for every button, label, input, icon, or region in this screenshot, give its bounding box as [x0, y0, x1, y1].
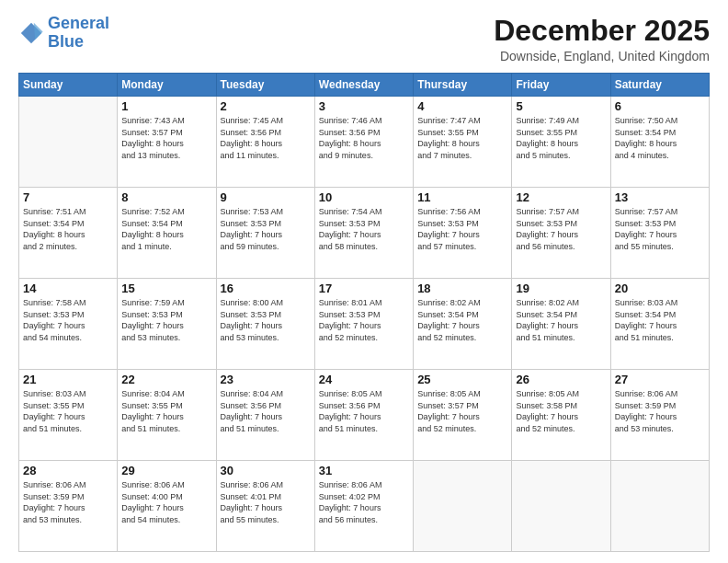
day-info: Sunrise: 7:56 AMSunset: 3:53 PMDaylight:…: [417, 206, 507, 252]
day-number: 3: [319, 99, 409, 113]
day-info: Sunrise: 8:06 AMSunset: 4:01 PMDaylight:…: [221, 479, 311, 525]
day-info: Sunrise: 7:54 AMSunset: 3:53 PMDaylight:…: [319, 206, 409, 252]
header-day-tuesday: Tuesday: [216, 74, 314, 97]
calendar-cell: 20Sunrise: 8:03 AMSunset: 3:54 PMDayligh…: [610, 279, 709, 370]
header-row: SundayMondayTuesdayWednesdayThursdayFrid…: [19, 74, 710, 97]
logo-general: General: [48, 14, 109, 32]
day-info: Sunrise: 8:05 AMSunset: 3:56 PMDaylight:…: [319, 388, 409, 434]
calendar-cell: 23Sunrise: 8:04 AMSunset: 3:56 PMDayligh…: [216, 370, 314, 461]
day-number: 21: [23, 373, 113, 386]
calendar-cell: 12Sunrise: 7:57 AMSunset: 3:53 PMDayligh…: [512, 188, 610, 279]
day-number: 23: [221, 373, 311, 386]
day-number: 14: [23, 282, 113, 295]
header-day-wednesday: Wednesday: [314, 74, 413, 97]
day-number: 8: [121, 190, 211, 204]
day-number: 5: [516, 99, 606, 113]
week-row-2: 7Sunrise: 7:51 AMSunset: 3:54 PMDaylight…: [19, 188, 710, 279]
calendar-cell: 15Sunrise: 7:59 AMSunset: 3:53 PMDayligh…: [118, 279, 216, 370]
calendar-cell: 29Sunrise: 8:06 AMSunset: 4:00 PMDayligh…: [118, 461, 216, 552]
day-number: 25: [417, 373, 507, 386]
day-number: 10: [319, 190, 409, 204]
day-number: 7: [23, 190, 113, 204]
calendar-cell: 27Sunrise: 8:06 AMSunset: 3:59 PMDayligh…: [610, 370, 709, 461]
day-info: Sunrise: 7:50 AMSunset: 3:54 PMDaylight:…: [615, 115, 705, 161]
day-info: Sunrise: 8:02 AMSunset: 3:54 PMDaylight:…: [516, 297, 606, 343]
day-number: 17: [319, 282, 409, 295]
day-info: Sunrise: 7:43 AMSunset: 3:57 PMDaylight:…: [121, 115, 211, 161]
calendar-cell: 30Sunrise: 8:06 AMSunset: 4:01 PMDayligh…: [216, 461, 314, 552]
day-number: 26: [516, 373, 606, 386]
day-info: Sunrise: 7:47 AMSunset: 3:55 PMDaylight:…: [417, 115, 507, 161]
calendar-cell: 8Sunrise: 7:52 AMSunset: 3:54 PMDaylight…: [118, 188, 216, 279]
day-info: Sunrise: 7:45 AMSunset: 3:56 PMDaylight:…: [221, 115, 311, 161]
calendar-cell: 26Sunrise: 8:05 AMSunset: 3:58 PMDayligh…: [512, 370, 610, 461]
day-number: 28: [23, 464, 113, 477]
day-info: Sunrise: 7:59 AMSunset: 3:53 PMDaylight:…: [121, 297, 211, 343]
day-info: Sunrise: 7:52 AMSunset: 3:54 PMDaylight:…: [121, 206, 211, 252]
day-number: 9: [221, 190, 311, 204]
day-number: 2: [221, 99, 311, 113]
day-info: Sunrise: 8:03 AMSunset: 3:55 PMDaylight:…: [23, 388, 113, 434]
day-info: Sunrise: 7:57 AMSunset: 3:53 PMDaylight:…: [516, 206, 606, 252]
day-info: Sunrise: 8:06 AMSunset: 4:02 PMDaylight:…: [319, 479, 409, 525]
calendar-cell: 13Sunrise: 7:57 AMSunset: 3:53 PMDayligh…: [610, 188, 709, 279]
day-number: 29: [121, 464, 211, 477]
day-info: Sunrise: 8:00 AMSunset: 3:53 PMDaylight:…: [221, 297, 311, 343]
day-number: 18: [417, 282, 507, 295]
day-info: Sunrise: 7:57 AMSunset: 3:53 PMDaylight:…: [615, 206, 705, 252]
day-number: 16: [221, 282, 311, 295]
calendar-cell: 3Sunrise: 7:46 AMSunset: 3:56 PMDaylight…: [314, 97, 413, 188]
day-info: Sunrise: 8:04 AMSunset: 3:55 PMDaylight:…: [121, 388, 211, 434]
day-info: Sunrise: 8:06 AMSunset: 3:59 PMDaylight:…: [23, 479, 113, 525]
calendar-cell: 11Sunrise: 7:56 AMSunset: 3:53 PMDayligh…: [414, 188, 512, 279]
calendar-table: SundayMondayTuesdayWednesdayThursdayFrid…: [18, 73, 710, 552]
day-info: Sunrise: 8:05 AMSunset: 3:57 PMDaylight:…: [417, 388, 507, 434]
day-number: 13: [615, 190, 705, 204]
page: General Blue December 2025 Downside, Eng…: [0, 0, 728, 563]
day-number: 30: [221, 464, 311, 477]
day-info: Sunrise: 7:53 AMSunset: 3:53 PMDaylight:…: [221, 206, 311, 252]
day-number: 6: [615, 99, 705, 113]
header-day-monday: Monday: [118, 74, 216, 97]
calendar-cell: 25Sunrise: 8:05 AMSunset: 3:57 PMDayligh…: [414, 370, 512, 461]
calendar-cell: [610, 461, 709, 552]
month-title: December 2025: [494, 15, 710, 47]
day-info: Sunrise: 7:58 AMSunset: 3:53 PMDaylight:…: [23, 297, 113, 343]
calendar-cell: 19Sunrise: 8:02 AMSunset: 3:54 PMDayligh…: [512, 279, 610, 370]
week-row-3: 14Sunrise: 7:58 AMSunset: 3:53 PMDayligh…: [19, 279, 710, 370]
calendar-cell: 22Sunrise: 8:04 AMSunset: 3:55 PMDayligh…: [118, 370, 216, 461]
svg-marker-1: [34, 23, 43, 40]
day-number: 20: [615, 282, 705, 295]
calendar-cell: 1Sunrise: 7:43 AMSunset: 3:57 PMDaylight…: [118, 97, 216, 188]
logo-icon: [18, 20, 44, 46]
day-info: Sunrise: 7:51 AMSunset: 3:54 PMDaylight:…: [23, 206, 113, 252]
calendar-cell: 9Sunrise: 7:53 AMSunset: 3:53 PMDaylight…: [216, 188, 314, 279]
day-info: Sunrise: 7:46 AMSunset: 3:56 PMDaylight:…: [319, 115, 409, 161]
logo: General Blue: [18, 15, 109, 52]
header-day-friday: Friday: [512, 74, 610, 97]
day-number: 11: [417, 190, 507, 204]
day-number: 24: [319, 373, 409, 386]
logo-blue: Blue: [48, 32, 84, 51]
calendar-cell: 21Sunrise: 8:03 AMSunset: 3:55 PMDayligh…: [19, 370, 118, 461]
day-number: 22: [121, 373, 211, 386]
day-number: 19: [516, 282, 606, 295]
header-day-thursday: Thursday: [414, 74, 512, 97]
calendar-cell: 28Sunrise: 8:06 AMSunset: 3:59 PMDayligh…: [19, 461, 118, 552]
week-row-5: 28Sunrise: 8:06 AMSunset: 3:59 PMDayligh…: [19, 461, 710, 552]
day-number: 12: [516, 190, 606, 204]
calendar-cell: 2Sunrise: 7:45 AMSunset: 3:56 PMDaylight…: [216, 97, 314, 188]
day-info: Sunrise: 8:01 AMSunset: 3:53 PMDaylight:…: [319, 297, 409, 343]
day-info: Sunrise: 8:04 AMSunset: 3:56 PMDaylight:…: [221, 388, 311, 434]
calendar-cell: 31Sunrise: 8:06 AMSunset: 4:02 PMDayligh…: [314, 461, 413, 552]
day-info: Sunrise: 8:06 AMSunset: 4:00 PMDaylight:…: [121, 479, 211, 525]
calendar-cell: 18Sunrise: 8:02 AMSunset: 3:54 PMDayligh…: [414, 279, 512, 370]
calendar-cell: 10Sunrise: 7:54 AMSunset: 3:53 PMDayligh…: [314, 188, 413, 279]
calendar-cell: 17Sunrise: 8:01 AMSunset: 3:53 PMDayligh…: [314, 279, 413, 370]
day-info: Sunrise: 8:03 AMSunset: 3:54 PMDaylight:…: [615, 297, 705, 343]
day-number: 1: [121, 99, 211, 113]
week-row-1: 1Sunrise: 7:43 AMSunset: 3:57 PMDaylight…: [19, 97, 710, 188]
location: Downside, England, United Kingdom: [494, 49, 710, 63]
calendar-cell: 5Sunrise: 7:49 AMSunset: 3:55 PMDaylight…: [512, 97, 610, 188]
calendar-cell: 7Sunrise: 7:51 AMSunset: 3:54 PMDaylight…: [19, 188, 118, 279]
